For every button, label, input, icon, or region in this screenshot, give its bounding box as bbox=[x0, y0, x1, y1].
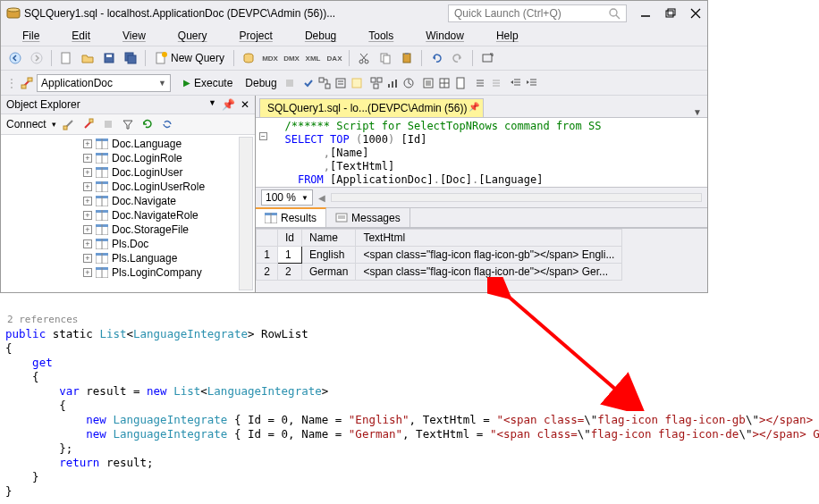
uncomment-icon[interactable] bbox=[490, 77, 502, 89]
connect-icon[interactable] bbox=[62, 117, 76, 131]
results-text-icon[interactable] bbox=[422, 77, 435, 89]
connect-label[interactable]: Connect bbox=[6, 118, 46, 130]
menu-file[interactable]: File bbox=[8, 28, 54, 44]
table-icon bbox=[96, 181, 108, 192]
menu-window[interactable]: Window bbox=[411, 28, 478, 44]
tree-item[interactable]: +Pls.LoginCompany bbox=[21, 265, 255, 280]
refresh-icon[interactable] bbox=[140, 117, 155, 131]
save-icon[interactable] bbox=[100, 49, 118, 67]
parse-icon[interactable] bbox=[302, 77, 315, 89]
close-icon[interactable]: ✕ bbox=[241, 98, 249, 111]
expand-icon[interactable]: + bbox=[83, 197, 92, 206]
intellisense-icon[interactable] bbox=[350, 77, 363, 89]
dax-icon[interactable]: DAX bbox=[325, 49, 343, 67]
expand-icon[interactable]: + bbox=[83, 154, 92, 163]
new-icon[interactable] bbox=[57, 49, 75, 67]
code-lens-refs[interactable]: 2 references bbox=[5, 313, 819, 327]
expand-icon[interactable]: + bbox=[83, 139, 92, 148]
disconnect-icon[interactable] bbox=[81, 117, 96, 131]
editor-tab[interactable]: SQLQuery1.sql - lo...(DEVPC\Admin (56)) … bbox=[259, 98, 484, 117]
database-dropdown[interactable]: ApplicationDoc ▼ bbox=[37, 74, 171, 92]
menu-edit[interactable]: Edit bbox=[57, 28, 105, 44]
col-id[interactable]: Id bbox=[278, 230, 302, 247]
tree-item[interactable]: +Pls.Doc bbox=[21, 237, 255, 251]
open-icon[interactable] bbox=[79, 49, 97, 67]
nav-fwd-icon[interactable] bbox=[28, 49, 46, 67]
new-query-button[interactable]: New Query bbox=[151, 52, 228, 64]
filter-icon[interactable] bbox=[121, 117, 135, 131]
expand-icon[interactable]: + bbox=[83, 211, 92, 220]
expand-icon[interactable]: + bbox=[83, 239, 92, 248]
expand-icon[interactable]: + bbox=[83, 168, 92, 177]
expand-icon[interactable]: + bbox=[83, 268, 92, 277]
paste-icon[interactable] bbox=[398, 49, 416, 67]
db-engine-icon[interactable] bbox=[240, 49, 258, 67]
decrease-indent-icon[interactable] bbox=[510, 77, 522, 89]
redo-icon[interactable] bbox=[449, 49, 467, 67]
save-all-icon[interactable] bbox=[122, 49, 139, 67]
window-close[interactable] bbox=[689, 7, 702, 20]
menu-view[interactable]: View bbox=[108, 28, 160, 44]
zoom-dropdown[interactable]: 100 %▼ bbox=[261, 189, 313, 206]
tree-item[interactable]: +Doc.Navigate bbox=[21, 194, 255, 208]
results-tab[interactable]: Results bbox=[256, 207, 326, 227]
menu-tools[interactable]: Tools bbox=[354, 28, 408, 44]
tree-item[interactable]: +Doc.Language bbox=[21, 137, 255, 151]
results-grid-icon[interactable] bbox=[438, 77, 451, 89]
client-stats-icon[interactable] bbox=[402, 77, 415, 89]
messages-tab[interactable]: Messages bbox=[326, 208, 410, 227]
expand-icon[interactable]: + bbox=[83, 254, 92, 263]
window-restore[interactable] bbox=[664, 7, 677, 20]
query-options-icon[interactable] bbox=[334, 77, 347, 89]
debug-button[interactable]: Debug bbox=[241, 77, 280, 89]
tree-item[interactable]: +Doc.StorageFile bbox=[21, 223, 255, 237]
svg-point-1 bbox=[7, 8, 20, 12]
estimated-plan-icon[interactable] bbox=[318, 77, 331, 89]
copy-icon[interactable] bbox=[376, 49, 394, 67]
quick-launch-input[interactable] bbox=[454, 7, 604, 20]
results-file-icon[interactable] bbox=[454, 77, 467, 89]
tab-dropdown-icon[interactable]: ▼ bbox=[688, 107, 707, 117]
menu-project[interactable]: Project bbox=[225, 28, 287, 44]
pin-icon[interactable]: 📌 bbox=[222, 98, 235, 111]
live-stats-icon[interactable] bbox=[386, 77, 399, 89]
undo-icon[interactable] bbox=[427, 49, 445, 67]
increase-indent-icon[interactable] bbox=[526, 77, 538, 89]
dmx-icon[interactable]: DMX bbox=[283, 49, 300, 67]
menu-help[interactable]: Help bbox=[482, 28, 533, 44]
tree-item[interactable]: +Doc.LoginUser bbox=[21, 165, 255, 180]
xmla-icon[interactable]: XML bbox=[304, 49, 322, 67]
stop-icon[interactable] bbox=[284, 78, 295, 88]
sql-editor[interactable]: − /****** Script for SelectTopNRows comm… bbox=[256, 117, 707, 187]
quick-launch[interactable] bbox=[448, 4, 627, 22]
nav-back-icon[interactable] bbox=[6, 49, 24, 67]
fold-icon[interactable]: − bbox=[259, 132, 267, 140]
mdx-icon[interactable]: MDX bbox=[261, 49, 279, 67]
tree-item[interactable]: +Doc.LoginRole bbox=[21, 151, 255, 165]
tree-item[interactable]: +Doc.NavigateRole bbox=[21, 208, 255, 223]
menu-query[interactable]: Query bbox=[164, 28, 222, 44]
h-scrollbar[interactable] bbox=[331, 193, 702, 202]
change-connection-icon[interactable] bbox=[21, 77, 33, 89]
results-grid[interactable]: Id Name TextHtml 1 1 English <span class… bbox=[256, 228, 707, 281]
stop-oe-icon[interactable] bbox=[101, 117, 115, 131]
cut-icon[interactable] bbox=[355, 49, 373, 67]
comment-icon[interactable] bbox=[474, 77, 486, 89]
pin-icon[interactable]: 📌 bbox=[469, 102, 479, 112]
execute-button[interactable]: ▶ Execute bbox=[178, 74, 238, 92]
col-texthtml[interactable]: TextHtml bbox=[356, 230, 622, 247]
window-minimize[interactable] bbox=[639, 7, 652, 20]
table-row[interactable]: 2 2 German <span class="flag-icon flag-i… bbox=[257, 264, 622, 281]
expand-icon[interactable]: + bbox=[83, 182, 92, 191]
object-explorer-tree[interactable]: +Doc.Language +Doc.LoginRole +Doc.LoginU… bbox=[1, 135, 255, 292]
col-name[interactable]: Name bbox=[302, 230, 356, 247]
tree-item[interactable]: +Doc.LoginUserRole bbox=[21, 180, 255, 194]
tree-item[interactable]: +Pls.Language bbox=[21, 251, 255, 265]
dropdown-icon[interactable]: ▼ bbox=[208, 98, 216, 111]
launch-icon[interactable] bbox=[478, 49, 496, 67]
include-plan-icon[interactable] bbox=[370, 77, 383, 89]
expand-icon[interactable]: + bbox=[83, 225, 92, 234]
table-row[interactable]: 1 1 English <span class="flag-icon flag-… bbox=[257, 247, 622, 264]
sync-icon[interactable] bbox=[160, 117, 174, 131]
menu-debug[interactable]: Debug bbox=[291, 28, 350, 44]
